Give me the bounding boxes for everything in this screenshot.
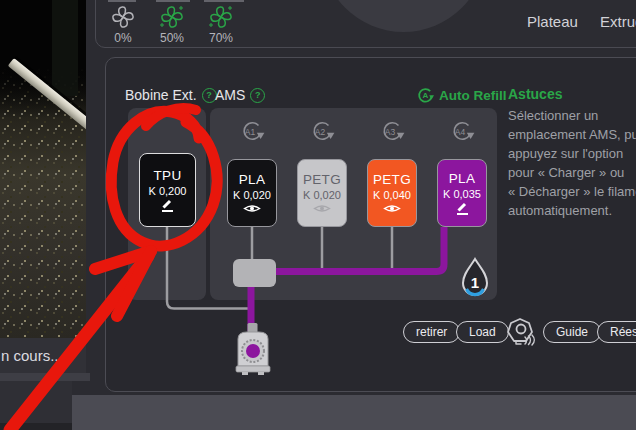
camera-background-shape: [52, 0, 78, 96]
humidity-badge[interactable]: 1: [456, 257, 494, 301]
filament-hub: [233, 259, 276, 287]
ams-slot-a2[interactable]: PETG K 0,020: [297, 159, 347, 227]
slot-id-label: A2: [315, 127, 326, 137]
auto-refill-icon: A: [417, 87, 434, 104]
edit-icon: [159, 199, 176, 213]
bottom-strip: [72, 395, 636, 430]
slot-material: PETG: [303, 172, 341, 187]
clipped-fan-label: [108, 0, 136, 2]
print-status-bar: n cours...: [0, 338, 86, 373]
unload-button[interactable]: retirer: [403, 321, 460, 343]
load-button[interactable]: Load: [456, 321, 509, 343]
slot-refresh-a1[interactable]: A1: [239, 120, 265, 144]
tips-line: pour « Charger » ou: [508, 163, 636, 182]
tab-extruder[interactable]: Extrudeuse: [600, 13, 636, 30]
extruder-icon: [232, 320, 274, 376]
clipped-fan-label: [156, 0, 190, 2]
fan-aux: 50%: [148, 4, 196, 45]
external-spool-material: TPU: [154, 168, 182, 183]
slot-refresh-a2[interactable]: A2: [309, 120, 335, 144]
guide-button[interactable]: Guide: [543, 321, 601, 343]
slot-id-label: A1: [245, 127, 256, 137]
camera-preview: [0, 0, 86, 338]
external-spool-card[interactable]: TPU K 0,200: [139, 153, 196, 227]
eye-icon: [313, 203, 331, 214]
tips-line: emplacement AMS, puis: [508, 125, 636, 144]
humidity-value: 1: [471, 274, 479, 291]
fan-chamber: 70%: [197, 4, 245, 45]
clipped-fan-label: [204, 0, 244, 2]
external-spool-k-value: K 0,200: [149, 185, 187, 197]
slot-refresh-a4[interactable]: A4: [449, 120, 475, 144]
slot-k-value: K 0,040: [373, 189, 411, 201]
tips-line: « Décharger » le filament: [508, 182, 636, 201]
eye-icon: [383, 203, 401, 214]
fan-speed-value: 0%: [114, 31, 131, 45]
divider-strip: [0, 373, 90, 381]
external-spool-title-text: Bobine Ext.: [125, 87, 197, 103]
auto-refill-toggle[interactable]: A Auto Refill: [417, 87, 507, 104]
tips-line: automatiquement.: [508, 201, 636, 220]
tips-panel: Astuces Sélectionner un emplacement AMS,…: [508, 86, 636, 220]
help-icon[interactable]: ?: [250, 88, 265, 103]
left-bottom-strip: [0, 423, 72, 430]
svg-text:A: A: [422, 91, 428, 100]
ams-slot-a1[interactable]: PLA K 0,020: [227, 159, 277, 227]
spool-settings-button[interactable]: [504, 316, 538, 348]
ams-title: AMS ?: [215, 87, 265, 103]
spool-icon: [504, 316, 538, 348]
retry-button[interactable]: Réessayer: [597, 321, 636, 343]
fan-speed-value: 50%: [160, 31, 184, 45]
slot-material: PETG: [373, 172, 411, 187]
fan-icon: [159, 4, 185, 30]
tips-line: Sélectionner un: [508, 106, 636, 125]
ams-slot-a3[interactable]: PETG K 0,040: [367, 159, 417, 227]
external-spool-title: Bobine Ext. ?: [125, 87, 217, 103]
fan-part: 0%: [99, 4, 147, 45]
auto-refill-label: Auto Refill: [439, 88, 507, 103]
slot-k-value: K 0,020: [233, 189, 271, 201]
slot-id-label: A3: [385, 127, 396, 137]
slot-k-value: K 0,035: [443, 188, 481, 200]
ams-title-text: AMS: [215, 87, 245, 103]
tips-title: Astuces: [508, 86, 636, 102]
fan-speed-value: 70%: [209, 31, 233, 45]
edit-icon: [454, 202, 471, 216]
fan-icon: [110, 4, 136, 30]
loaded-filament-indicator: [246, 344, 260, 358]
fan-icon: [208, 4, 234, 30]
tab-plateau[interactable]: Plateau: [527, 13, 578, 30]
slot-k-value: K 0,020: [303, 189, 341, 201]
print-status-text: n cours...: [1, 347, 63, 364]
slot-id-label: A4: [455, 127, 466, 137]
tips-line: appuyez sur l'option: [508, 144, 636, 163]
slot-material: PLA: [449, 171, 475, 186]
ams-slot-a4[interactable]: PLA K 0,035: [437, 159, 487, 227]
slot-material: PLA: [239, 172, 265, 187]
slot-refresh-a3[interactable]: A3: [379, 120, 405, 144]
eye-icon: [243, 203, 261, 214]
left-lower-panel: [0, 381, 72, 423]
